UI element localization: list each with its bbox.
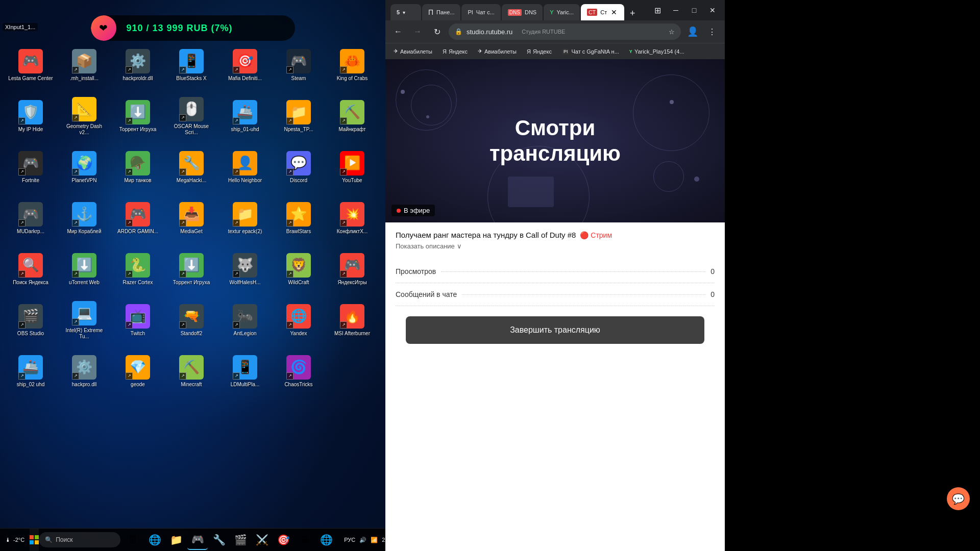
desktop-icon-poisk[interactable]: 🔍↗Поиск Яндекса: [5, 245, 56, 293]
desktop-icon-wolfhaleesh[interactable]: 🐺↗WolfHalesH...: [219, 245, 271, 293]
desktop-icon-mediaget[interactable]: 📥↗MediaGet: [166, 194, 217, 242]
desktop-icon-steam[interactable]: 🎮↗Steam: [273, 41, 324, 89]
taskbar-app-game[interactable]: 🎮: [187, 530, 208, 550]
maximize-button[interactable]: □: [687, 3, 701, 17]
bookmark-aviabilety-2[interactable]: ✈ Авиабилеты: [474, 46, 521, 57]
desktop-icon-torrent2[interactable]: ⬇️↗Торрент Игрyxa: [166, 245, 217, 293]
desktop-icon-mafia[interactable]: 🎯↗Mafia Definiti...: [219, 41, 271, 89]
back-button[interactable]: ←: [390, 24, 406, 39]
desktop-icon-lesta[interactable]: 🎮Lesta Game Center: [5, 41, 56, 89]
desktop-icon-wildcraft[interactable]: 🦁↗WildCraft: [273, 245, 324, 293]
bookmark-star[interactable]: ☆: [669, 28, 675, 36]
show-description-btn[interactable]: Показать описание ∨: [396, 242, 715, 250]
more-button[interactable]: ⋮: [704, 24, 720, 39]
shortcut-arrow-steam: ↗: [286, 66, 293, 73]
desktop-icon-ldmulti[interactable]: 📱↗LDMultiPla...: [219, 347, 271, 395]
desktop-icon-hackpro_dll[interactable]: ⚙️↗hackpro.dll: [59, 347, 110, 395]
desktop-icon-yandex[interactable]: 🌐↗Yandex: [273, 296, 324, 344]
desktop-icon-yandex_igry[interactable]: 🎮↗ЯндексИгры: [327, 245, 378, 293]
start-button[interactable]: [30, 529, 39, 552]
desktop-icon-antlegion[interactable]: 🐜↗AntLegion: [219, 296, 271, 344]
desktop-icon-textur_pack[interactable]: 📁↗textur epack(2): [219, 194, 271, 242]
desktop-icon-my_ip_hide[interactable]: 🛡️↗My IP Hide: [5, 92, 56, 140]
desktop-icon-torrent1[interactable]: ⬇️↗Торрент Игрyxa: [112, 92, 163, 140]
close-button[interactable]: ✕: [705, 3, 720, 17]
taskbar-app-obs[interactable]: 🎬: [230, 530, 251, 550]
desktop-icon-oscar_mouse[interactable]: 🖱️↗OSCAR Mouse Scri...: [166, 92, 217, 140]
icon-img-geometry_dash: 📐↗: [72, 97, 96, 121]
desktop-icon-mudarkrp[interactable]: 🎮↗MUDarkrp...: [5, 194, 56, 242]
desktop-icon-king_of_crabs[interactable]: 🦀↗King of Crabs: [327, 41, 378, 89]
end-stream-button[interactable]: Завершить трансляцию: [406, 316, 704, 344]
browser-tab-rutube[interactable]: СТ Ст ✕: [581, 4, 624, 20]
taskbar-app-folder[interactable]: 📁: [166, 530, 186, 550]
desktop-icon-msi[interactable]: 🔥↗MSI Afterburner: [327, 296, 378, 344]
desktop-icon-mir_korabley[interactable]: ⚓↗Мир Кораблей: [59, 194, 110, 242]
bookmark-yarick[interactable]: Y Yarick_Play154 (4...: [625, 46, 689, 57]
browser-tab-yarick[interactable]: Y Yaric...: [544, 4, 580, 20]
icon-img-antlegion: 🐜↗: [233, 304, 257, 329]
window-controls: ⊞ ─ □ ✕: [645, 3, 720, 17]
browser-tab-chat[interactable]: PI Чат с...: [461, 4, 500, 20]
taskbar-app-tool[interactable]: 🔧: [209, 530, 229, 550]
taskbar-app-widgets[interactable]: 🗓: [123, 530, 143, 550]
reload-button[interactable]: ↻: [429, 24, 445, 39]
taskbar-tray: РУС 🔊 📶 21:01: [339, 537, 385, 543]
desktop-icon-geode[interactable]: 💎↗geode: [112, 347, 163, 395]
chat-float-button[interactable]: 💬: [947, 487, 970, 510]
minimize-button[interactable]: ─: [669, 3, 683, 17]
extensions-button[interactable]: ⊞: [650, 3, 665, 17]
desktop-icon-chaostricks[interactable]: 🌀↗ChaosTricks: [273, 347, 324, 395]
desktop-icon-standoff2[interactable]: 🔫↗Standoff2: [166, 296, 217, 344]
desktop-icon-razer[interactable]: 🐍↗Razer Cortex: [112, 245, 163, 293]
desktop-icon-mir_tankov[interactable]: 🪖↗Мир танков: [112, 143, 163, 191]
taskbar-app-screen[interactable]: 🖥: [295, 530, 315, 550]
desktop-icon-obs[interactable]: 🎬↗OBS Studio: [5, 296, 56, 344]
icon-img-torrent1: ⬇️↗: [126, 100, 150, 124]
bookmark-yandex-2[interactable]: Я Яндекс: [523, 46, 556, 57]
desktop-icon-youtube[interactable]: ▶️↗YouTube: [327, 143, 378, 191]
desktop-icon-discord[interactable]: 💬↗Discord: [273, 143, 324, 191]
desktop-icon-brawlstars[interactable]: ⭐↗BrawlStars: [273, 194, 324, 242]
taskbar-app-net[interactable]: 🌐: [316, 530, 336, 550]
desktop-icon-hackproldll[interactable]: ⚙️↗hackproldr.dll: [112, 41, 163, 89]
taskbar-app-sword[interactable]: ⚔️: [252, 530, 272, 550]
browser-tab-dns[interactable]: DNS DNS: [502, 4, 543, 20]
taskbar-app-crosshair[interactable]: 🎯: [273, 530, 293, 550]
desktop-icon-bluestacks[interactable]: 📱↗BlueStacks X: [166, 41, 217, 89]
icon-img-torrent2: ⬇️↗: [179, 253, 204, 278]
icon-label-textur_pack: textur epack(2): [228, 229, 262, 235]
browser-tab-1[interactable]: 5 ▾: [390, 4, 421, 20]
desktop-icon-mh_install[interactable]: 📦↗.mh_install...: [59, 41, 110, 89]
taskbar-search[interactable]: 🔍 Поиск: [39, 532, 120, 547]
desktop-icon-npesta[interactable]: 📁↗Npesta_TP...: [273, 92, 324, 140]
desktop-icon-ship_02_uhd[interactable]: 🚢↗ship_02 uhd: [5, 347, 56, 395]
desktop-icon-twitch[interactable]: 📺↗Twitch: [112, 296, 163, 344]
desktop-icon-geometry_dash[interactable]: 📐↗Geometry Dash v2...: [59, 92, 110, 140]
desktop-icon-epic[interactable]: 🎮↗Fortnite: [5, 143, 56, 191]
desktop-icon-intel_extreme[interactable]: 💻↗Intel(R) Extreme Tu...: [59, 296, 110, 344]
desktop-icon-konflikt[interactable]: 💥↗КонфликтX...: [327, 194, 378, 242]
address-bar[interactable]: 🔒 studio.rutube.ru Студия RUTUBE ☆: [449, 23, 681, 40]
icon-label-yandex: Yandex: [290, 331, 307, 337]
desktop-icon-ship_01_uhd[interactable]: 🚢↗ship_01-uhd: [219, 92, 271, 140]
bookmark-aviabilety-1[interactable]: ✈ Авиабилеты: [389, 46, 436, 57]
forward-button[interactable]: →: [410, 24, 425, 39]
bookmark-pi-chat[interactable]: PI Чат с GgFaNtA н...: [558, 46, 623, 57]
desktop-icon-planetvpn[interactable]: 🌍↗PlanetVPN: [59, 143, 110, 191]
profile-button[interactable]: 👤: [685, 24, 700, 39]
desktop-icon-minecraft[interactable]: ⛏️↗Minecraft: [166, 347, 217, 395]
desktop-icon-hello_neighbor[interactable]: 👤↗Hello Neighbor: [219, 143, 271, 191]
taskbar-app-browser[interactable]: 🌐: [144, 530, 165, 550]
desktop-icon-ardor[interactable]: 🎮↗ARDOR GAMIN...: [112, 194, 163, 242]
desktop-icon-utorrent[interactable]: ⬇️↗uTorrent Web: [59, 245, 110, 293]
tab-dropdown-1[interactable]: ▾: [403, 10, 405, 15]
new-tab-button[interactable]: +: [625, 6, 640, 20]
desktop-icon-minecraft_icon[interactable]: ⛏️↗Майнкрафт: [327, 92, 378, 140]
desktop-icon-megahack[interactable]: 🔧↗MegaHacki...: [166, 143, 217, 191]
tab-close-rutube[interactable]: ✕: [610, 8, 618, 16]
icon-label-hackpro_dll: hackpro.dll: [72, 382, 96, 388]
url-text: studio.rutube.ru: [467, 28, 512, 36]
browser-tab-pane[interactable]: П Пане...: [422, 4, 460, 20]
bookmark-yandex-1[interactable]: Я Яндекс: [438, 46, 472, 57]
